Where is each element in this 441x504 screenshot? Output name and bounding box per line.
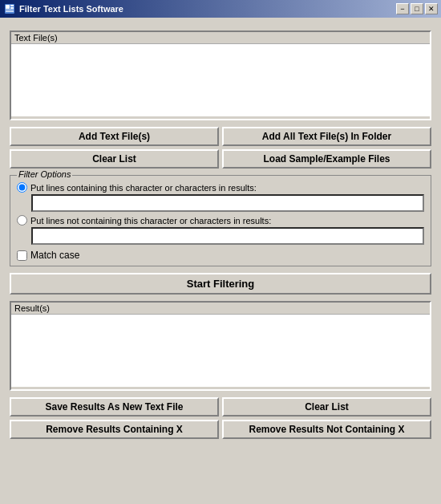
button-row-2: Clear List Load Sample/Example Files [5, 149, 436, 169]
filter-not-containing-input[interactable] [31, 227, 424, 245]
radio-not-containing[interactable] [17, 215, 27, 226]
radio-containing[interactable] [17, 182, 27, 193]
match-case-row: Match case [17, 250, 424, 261]
clear-list-button-1[interactable]: Clear List [10, 149, 219, 169]
clear-list-button-2[interactable]: Clear List [222, 397, 431, 417]
remove-not-containing-button[interactable]: Remove Results Not Containing X [222, 420, 431, 439]
window-title: Filter Text Lists Software [19, 4, 396, 14]
start-filtering-button[interactable]: Start Filtering [10, 273, 431, 295]
results-label: Result(s) [14, 303, 50, 313]
text-files-label: Text File(s) [14, 33, 58, 43]
load-sample-files-button[interactable]: Load Sample/Example Files [222, 149, 431, 169]
close-button[interactable]: ✕ [425, 3, 438, 14]
radio-row-2: Put lines not containing this character … [17, 215, 424, 226]
text-files-inset: Text File(s) [10, 30, 431, 120]
app-icon [3, 2, 16, 15]
results-section: Result(s) [10, 301, 431, 391]
svg-rect-2 [10, 5, 14, 6]
bottom-button-row-2: Remove Results Containing X Remove Resul… [5, 420, 436, 439]
window-controls: − □ ✕ [396, 3, 438, 14]
radio-row-1: Put lines containing this character or c… [17, 182, 424, 193]
results-header: Result(s) [11, 303, 430, 315]
svg-rect-5 [6, 11, 14, 12]
results-inset: Result(s) [10, 301, 431, 391]
radio-containing-label: Put lines containing this character or c… [30, 183, 257, 193]
match-case-checkbox[interactable] [17, 250, 27, 261]
title-bar: Filter Text Lists Software − □ ✕ [0, 0, 441, 18]
results-textarea[interactable] [11, 315, 430, 387]
minimize-button[interactable]: − [396, 3, 409, 14]
filter-options-legend: Filter Options [17, 169, 72, 179]
filter-options-group: Filter Options Put lines containing this… [10, 175, 431, 266]
match-case-label: Match case [30, 250, 79, 261]
svg-rect-1 [6, 5, 10, 9]
text-files-section: Text File(s) [10, 30, 431, 120]
svg-rect-4 [6, 10, 14, 10]
button-row-1: Add Text File(s) Add All Text File(s) In… [5, 127, 436, 146]
text-files-input[interactable] [11, 44, 430, 116]
svg-rect-3 [10, 7, 14, 9]
radio-not-containing-label: Put lines not containing this character … [30, 216, 271, 226]
start-filtering-row: Start Filtering [5, 273, 436, 295]
filter-containing-input[interactable] [31, 194, 424, 212]
add-text-files-button[interactable]: Add Text File(s) [10, 127, 219, 146]
remove-containing-button[interactable]: Remove Results Containing X [10, 420, 219, 439]
text-files-header: Text File(s) [11, 32, 430, 44]
bottom-button-row-1: Save Results As New Text File Clear List [5, 397, 436, 417]
maximize-button[interactable]: □ [411, 3, 423, 14]
add-all-text-files-folder-button[interactable]: Add All Text File(s) In Folder [222, 127, 431, 146]
window-body: Text File(s) Add Text File(s) Add All Te… [0, 18, 441, 444]
save-results-button[interactable]: Save Results As New Text File [10, 397, 219, 417]
